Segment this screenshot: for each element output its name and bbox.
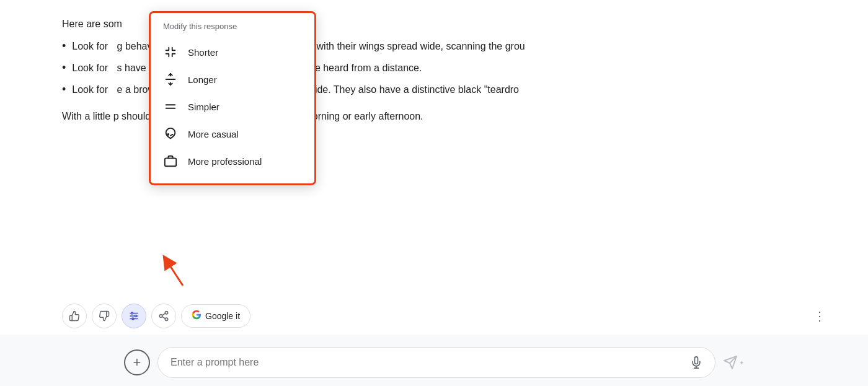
modify-option-professional[interactable]: More professional: [151, 147, 314, 175]
briefcase-icon: [163, 154, 178, 169]
thumbs-down-button[interactable]: [92, 304, 117, 328]
svg-rect-8: [165, 158, 176, 166]
google-it-button[interactable]: Google it: [181, 304, 250, 328]
svg-point-12: [131, 312, 133, 314]
svg-line-7: [170, 134, 173, 136]
add-button[interactable]: +: [124, 349, 150, 375]
more-professional-label: More professional: [188, 156, 262, 167]
prompt-input-wrap: [157, 347, 715, 378]
modify-option-simpler[interactable]: Simpler: [151, 93, 314, 120]
input-bar-area: + ✦: [0, 335, 868, 386]
lines-icon: [163, 99, 178, 114]
sparkle-icon: ✦: [739, 359, 744, 366]
modify-option-casual[interactable]: More casual: [151, 120, 314, 147]
longer-label: Longer: [188, 74, 217, 85]
mic-button[interactable]: [690, 356, 702, 369]
compress-icon: [163, 45, 178, 59]
send-button[interactable]: ✦: [723, 355, 744, 370]
action-bar: Google it ⋮: [0, 297, 868, 335]
svg-line-18: [162, 317, 165, 318]
more-options-button[interactable]: ⋮: [808, 305, 831, 327]
plus-icon: +: [133, 354, 141, 371]
adjust-button[interactable]: [122, 304, 146, 328]
google-it-label: Google it: [205, 311, 240, 321]
more-dots-icon: ⋮: [813, 309, 826, 323]
thumbs-up-button[interactable]: [62, 304, 87, 328]
shorter-label: Shorter: [188, 47, 218, 58]
simpler-label: Simpler: [188, 102, 219, 112]
svg-point-6: [167, 134, 169, 135]
modify-popup-title: Modify this response: [151, 22, 314, 38]
modify-option-shorter[interactable]: Shorter: [151, 38, 314, 66]
more-casual-label: More casual: [188, 129, 239, 139]
casual-icon: [163, 126, 178, 141]
svg-point-14: [132, 318, 134, 320]
svg-line-19: [162, 314, 165, 315]
prompt-input[interactable]: [170, 357, 684, 368]
modify-popup: Modify this response Shorter: [149, 11, 316, 185]
share-button[interactable]: [151, 304, 176, 328]
expand-icon: [163, 72, 178, 87]
main-content: Modify this response Shorter: [0, 0, 868, 297]
svg-point-13: [135, 315, 137, 317]
google-g-icon: [192, 310, 202, 322]
modify-option-longer[interactable]: Longer: [151, 66, 314, 93]
